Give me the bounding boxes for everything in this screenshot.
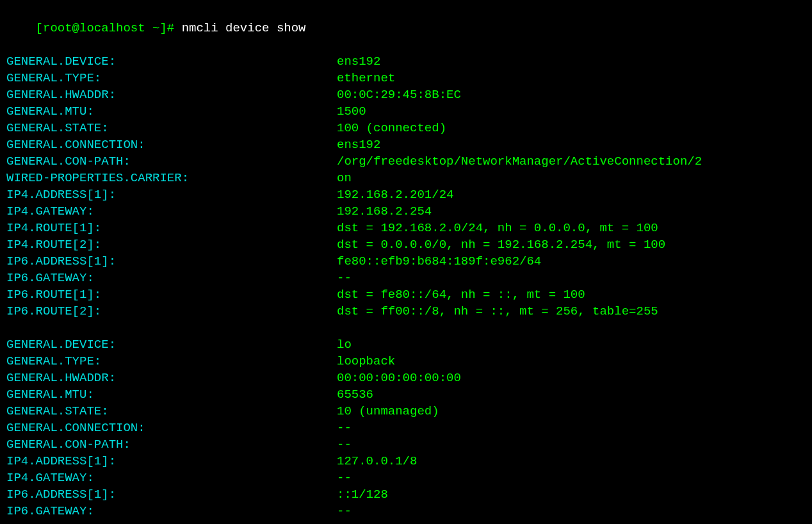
shell-prompt-line: [root@localhost ~]# nmcli device show [6,3,806,53]
terminal[interactable]: [root@localhost ~]# nmcli device show GE… [6,3,806,524]
property-label: GENERAL.CON-PATH: [6,436,337,453]
property-label: GENERAL.STATE: [6,120,337,136]
property-value: -- [337,438,352,452]
property-value: 192.168.2.201/24 [337,188,453,202]
device-property-row: IP4.GATEWAY:-- [6,470,806,486]
property-value: 127.0.0.1/8 [337,454,417,468]
property-label: GENERAL.MTU: [6,386,337,403]
property-value: dst = 192.168.2.0/24, nh = 0.0.0.0, mt =… [337,221,658,235]
property-label: GENERAL.HWADDR: [6,370,337,386]
property-value: 1500 [337,104,366,119]
shell-prompt: [root@localhost ~]# [36,21,182,35]
property-label: GENERAL.HWADDR: [6,86,337,103]
device-property-row: GENERAL.TYPE:ethernet [6,70,806,86]
property-value: fe80::efb9:b684:189f:e962/64 [337,254,541,268]
device-property-row: GENERAL.DEVICE:ens192 [6,53,806,70]
property-value: -- [337,504,352,518]
property-label: GENERAL.STATE: [6,403,337,420]
property-value: 10 (unmanaged) [337,404,439,418]
property-value: dst = ff00::/8, nh = ::, mt = 256, table… [337,304,658,318]
property-label: IP4.ADDRESS[1]: [6,453,337,470]
shell-command: nmcli device show [182,21,306,35]
device-property-row: GENERAL.CONNECTION:ens192 [6,136,806,153]
device-property-row: GENERAL.MTU:1500 [6,103,806,120]
device-property-row: IP6.ROUTE[2]:dst = ff00::/8, nh = ::, mt… [6,303,806,320]
device-property-row: GENERAL.HWADDR:00:0C:29:45:8B:EC [6,86,806,103]
property-label: IP6.ADDRESS[1]: [6,253,337,270]
property-label: IP4.ROUTE[1]: [6,220,337,236]
device-property-row: IP6.ADDRESS[1]:::1/128 [6,486,806,503]
device-block-ens192: GENERAL.DEVICE:ens192 GENERAL.TYPE:ether… [6,53,806,320]
property-label: GENERAL.CONNECTION: [6,420,337,436]
property-value: -- [337,271,352,285]
property-label: GENERAL.CONNECTION: [6,136,337,153]
property-value: 192.168.2.254 [337,204,432,218]
device-property-row: GENERAL.TYPE:loopback [6,353,806,370]
device-property-row: IP6.GATEWAY:-- [6,270,806,286]
property-value: lo [337,338,352,352]
property-label: IP4.GATEWAY: [6,203,337,220]
property-label: GENERAL.MTU: [6,103,337,120]
property-value: ens192 [337,138,380,152]
property-label: GENERAL.DEVICE: [6,53,337,70]
device-property-row: IP4.ROUTE[2]:dst = 0.0.0.0/0, nh = 192.1… [6,236,806,253]
shell-prompt-line: [root@localhost ~]# [6,520,806,524]
device-property-row: GENERAL.HWADDR:00:00:00:00:00:00 [6,370,806,386]
device-property-row: IP6.GATEWAY:-- [6,503,806,520]
device-property-row: IP6.ADDRESS[1]:fe80::efb9:b684:189f:e962… [6,253,806,270]
property-label: GENERAL.DEVICE: [6,336,337,353]
property-label: WIRED-PROPERTIES.CARRIER: [6,170,337,186]
property-label: IP6.GATEWAY: [6,270,337,286]
property-value: /org/freedesktop/NetworkManager/ActiveCo… [337,154,702,168]
blank-line [6,320,806,336]
property-label: GENERAL.TYPE: [6,353,337,370]
property-value: dst = fe80::/64, nh = ::, mt = 100 [337,288,585,302]
property-label: IP6.ROUTE[2]: [6,303,337,320]
property-label: IP6.GATEWAY: [6,503,337,520]
property-value: 100 (connected) [337,121,446,135]
property-value: loopback [337,354,395,368]
property-value: ens192 [337,54,380,69]
device-property-row: GENERAL.STATE:10 (unmanaged) [6,403,806,420]
property-value: on [337,171,352,185]
property-value: 00:0C:29:45:8B:EC [337,88,461,102]
property-label: IP6.ADDRESS[1]: [6,486,337,503]
device-property-row: IP4.ADDRESS[1]:192.168.2.201/24 [6,186,806,203]
property-value: ethernet [337,71,395,85]
device-property-row: GENERAL.CONNECTION:-- [6,420,806,436]
property-value: ::1/128 [337,487,388,502]
property-label: GENERAL.TYPE: [6,70,337,86]
device-property-row: IP4.ADDRESS[1]:127.0.0.1/8 [6,453,806,470]
device-block-lo: GENERAL.DEVICE:lo GENERAL.TYPE:loopback … [6,336,806,520]
device-property-row: WIRED-PROPERTIES.CARRIER:on [6,170,806,186]
device-property-row: IP6.ROUTE[1]:dst = fe80::/64, nh = ::, m… [6,286,806,303]
property-value: 00:00:00:00:00:00 [337,371,461,385]
device-property-row: GENERAL.CON-PATH:-- [6,436,806,453]
property-label: IP4.ROUTE[2]: [6,236,337,253]
property-value: -- [337,471,352,485]
property-value: 65536 [337,388,373,402]
device-property-row: GENERAL.STATE:100 (connected) [6,120,806,136]
property-label: IP6.ROUTE[1]: [6,286,337,303]
property-label: IP4.GATEWAY: [6,470,337,486]
device-property-row: GENERAL.DEVICE:lo [6,336,806,353]
device-property-row: GENERAL.MTU:65536 [6,386,806,403]
property-value: -- [337,421,352,435]
device-property-row: GENERAL.CON-PATH:/org/freedesktop/Networ… [6,153,806,170]
device-property-row: IP4.ROUTE[1]:dst = 192.168.2.0/24, nh = … [6,220,806,236]
property-label: GENERAL.CON-PATH: [6,153,337,170]
device-property-row: IP4.GATEWAY:192.168.2.254 [6,203,806,220]
property-value: dst = 0.0.0.0/0, nh = 192.168.2.254, mt … [337,238,665,252]
property-label: IP4.ADDRESS[1]: [6,186,337,203]
